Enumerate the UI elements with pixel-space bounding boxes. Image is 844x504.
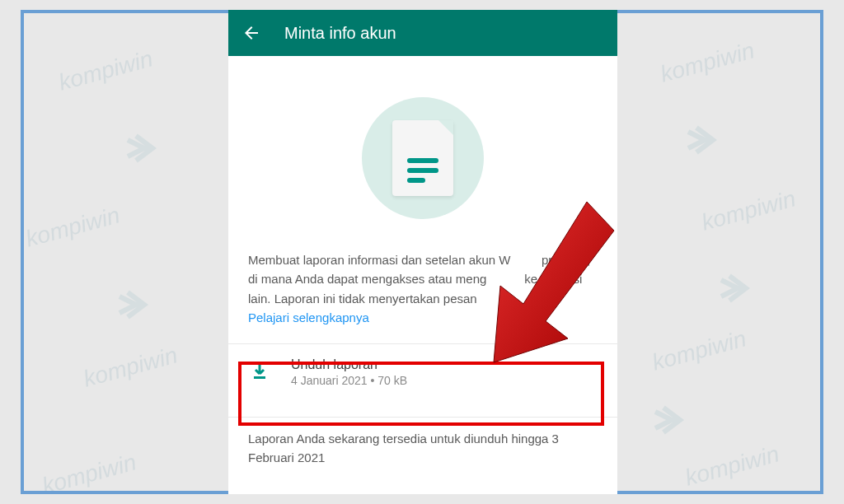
description-text: Membuat laporan informasi dan setelan ak…: [228, 250, 617, 327]
learn-more-link[interactable]: Pelajari selengkapnya: [248, 310, 369, 324]
download-meta: 4 Januari 2021 • 70 kB: [291, 374, 407, 387]
footer-text: Laporan Anda sekarang tersedia untuk diu…: [228, 418, 617, 468]
app-title: Minta info akun: [284, 24, 396, 43]
back-arrow-icon[interactable]: [241, 23, 261, 43]
app-bar: Minta info akun: [228, 10, 617, 56]
download-title: Unduh laporan: [291, 357, 407, 372]
svg-rect-0: [254, 376, 265, 379]
document-illustration: [228, 72, 617, 250]
download-report-button[interactable]: Unduh laporan 4 Januari 2021 • 70 kB: [228, 344, 617, 400]
download-icon: [250, 362, 270, 382]
content-area: Membuat laporan informasi dan setelan ak…: [228, 56, 617, 468]
phone-screen: Minta info akun Membuat laporan informas…: [228, 10, 617, 494]
